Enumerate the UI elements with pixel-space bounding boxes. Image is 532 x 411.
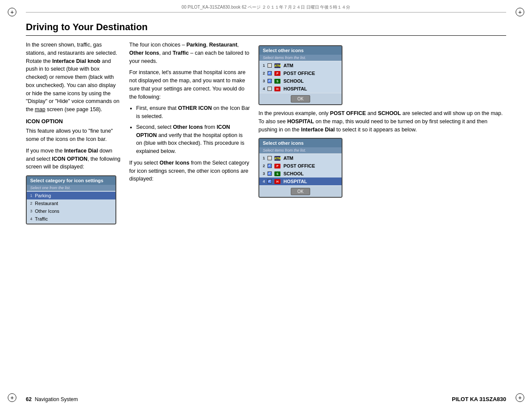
screen1-row-school[interactable]: 3 S SCHOOL bbox=[259, 77, 342, 85]
nav-screen-icons-2: Select other icons Select items from the… bbox=[258, 138, 342, 198]
screen2-atm-checkbox[interactable] bbox=[268, 156, 272, 160]
screen1-ok-bar: OK bbox=[259, 93, 342, 104]
top-meta: 00 PILOT_KA-31SZA830.book 62 ページ ２０１１年７月… bbox=[26, 4, 506, 12]
screen2-school-icon: S bbox=[274, 171, 280, 176]
post-icon: P bbox=[274, 71, 280, 76]
post-label: POST OFFICE bbox=[283, 71, 315, 76]
nav-item-restaurant[interactable]: 2 Restaurant bbox=[27, 199, 115, 207]
screen2-hospital-icon: H bbox=[274, 179, 280, 184]
reg-mark-br bbox=[516, 393, 524, 403]
hospital-icon: H bbox=[274, 87, 280, 91]
screen1-row-atm[interactable]: 1 ATM ATM bbox=[259, 62, 342, 69]
post-checkbox[interactable] bbox=[268, 71, 272, 75]
screen2-post-icon: P bbox=[274, 164, 280, 168]
middle-bullet-list: First, ensure that OTHER ICON on the Ico… bbox=[129, 104, 250, 156]
nav-screen-category: Select category for icon settings Select… bbox=[26, 175, 116, 224]
screen1-title: Select other icons bbox=[259, 46, 342, 55]
columns-container: In the screen shown, traffic, gas statio… bbox=[26, 41, 506, 229]
footer-product: PILOT KA 31SZA830 bbox=[452, 396, 506, 402]
nav-item-traffic[interactable]: 4 Traffic bbox=[27, 215, 115, 223]
screen1-row-post[interactable]: 2 P POST OFFICE bbox=[259, 69, 342, 77]
screen2-row-hospital[interactable]: 4 H HOSPITAL bbox=[259, 177, 342, 185]
reg-mark-tl bbox=[8, 8, 16, 18]
nav-screen-category-title: Select category for icon settings bbox=[27, 176, 115, 185]
school-icon: S bbox=[274, 79, 280, 84]
atm-icon: ATM bbox=[274, 63, 280, 68]
page-title: Driving to Your Destination bbox=[26, 22, 506, 36]
screen2-row-post[interactable]: 2 P POST OFFICE bbox=[259, 162, 342, 170]
icon-option-heading: ICON OPTION bbox=[26, 117, 121, 126]
screen2-school-checkbox[interactable] bbox=[268, 171, 272, 176]
middle-para3: If you select Other Icons from the Selec… bbox=[129, 159, 250, 183]
screen2-row-atm[interactable]: 1 ATM ATM bbox=[259, 154, 342, 162]
screen2-school-label: SCHOOL bbox=[283, 171, 304, 176]
screen2-post-label: POST OFFICE bbox=[283, 163, 315, 168]
screen2-hospital-checkbox[interactable] bbox=[268, 179, 272, 184]
content-area: Driving to Your Destination In the scree… bbox=[26, 22, 506, 385]
nav-item-parking[interactable]: 1 Parking bbox=[27, 192, 115, 199]
nav-screen-category-list: 1 Parking 2 Restaurant 3 Other Icons 4 T… bbox=[27, 191, 115, 224]
middle-para2: For instance, let's assume that hospital… bbox=[129, 68, 250, 101]
col-middle: The four icon choices – Parking, Restaur… bbox=[129, 41, 250, 229]
screen2-atm-icon: ATM bbox=[274, 156, 280, 161]
reg-mark-tr bbox=[516, 8, 524, 18]
screen2-title: Select other icons bbox=[259, 139, 342, 147]
nav-screen-icons-1: Select other icons Select items from the… bbox=[258, 45, 342, 105]
left-para1: In the screen shown, traffic, gas statio… bbox=[26, 41, 121, 114]
screen1-row-hospital[interactable]: 4 H HOSPITAL bbox=[259, 85, 342, 93]
col-left: In the screen shown, traffic, gas statio… bbox=[26, 41, 121, 229]
icon-option-para2: If you move the Interface Dial down and … bbox=[26, 147, 121, 171]
screen2-hospital-label: HOSPITAL bbox=[283, 179, 307, 184]
page-footer: 62 Navigation System PILOT KA 31SZA830 bbox=[26, 396, 506, 402]
screen1-ok-button[interactable]: OK bbox=[291, 95, 310, 103]
screen2-ok-button[interactable]: OK bbox=[291, 188, 310, 195]
screen1-subtitle: Select items from the list. bbox=[259, 55, 342, 61]
middle-para1: The four icon choices – Parking, Restaur… bbox=[129, 41, 250, 65]
atm-label: ATM bbox=[283, 63, 293, 68]
school-label: SCHOOL bbox=[283, 78, 304, 84]
reg-mark-bl bbox=[8, 393, 16, 403]
hospital-checkbox[interactable] bbox=[268, 87, 272, 91]
bullet-2: Second, select Other Icons from ICON OPT… bbox=[136, 123, 250, 156]
screen2-atm-label: ATM bbox=[283, 156, 293, 161]
nav-item-other-icons[interactable]: 3 Other Icons bbox=[27, 207, 115, 215]
screen2-subtitle: Select items from the list. bbox=[259, 147, 342, 153]
col-right: Select other icons Select items from the… bbox=[258, 41, 506, 229]
right-between-text: In the previous example, only POST OFFIC… bbox=[258, 109, 506, 134]
icon-option-para1: This feature allows you to "fine tune" s… bbox=[26, 127, 121, 143]
nav-screen-category-subtitle: Select one from the list. bbox=[27, 185, 115, 191]
school-checkbox[interactable] bbox=[268, 79, 272, 83]
bullet-1: First, ensure that OTHER ICON on the Ico… bbox=[136, 104, 250, 121]
screen2-ok-bar: OK bbox=[259, 186, 342, 197]
screen2-post-checkbox[interactable] bbox=[268, 164, 272, 168]
atm-checkbox[interactable] bbox=[268, 63, 272, 68]
screen2-row-school[interactable]: 3 S SCHOOL bbox=[259, 170, 342, 177]
hospital-label: HOSPITAL bbox=[283, 86, 307, 91]
screen2-list: 1 ATM ATM 2 P POST OFFICE 3 bbox=[259, 153, 342, 186]
footer-page-num: 62 Navigation System bbox=[26, 396, 78, 402]
screen1-list: 1 ATM ATM 2 P POST OFFICE 3 bbox=[259, 61, 342, 93]
